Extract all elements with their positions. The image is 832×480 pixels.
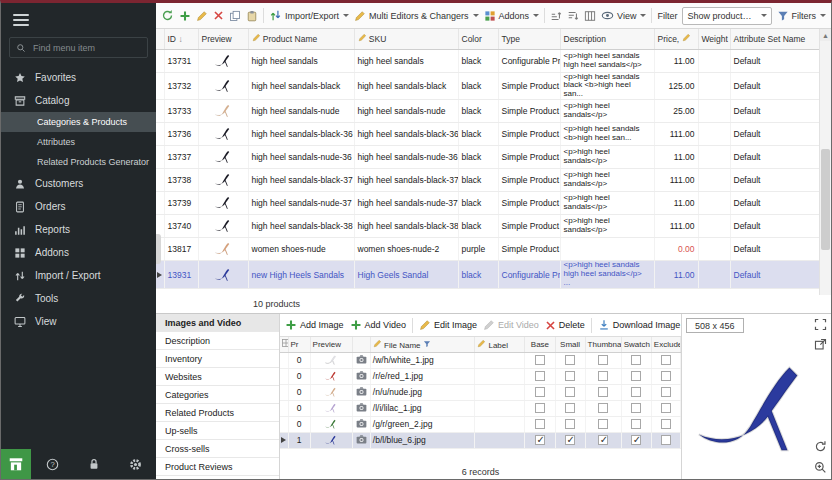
tab-cross-sells[interactable]: Cross-sells bbox=[156, 440, 279, 458]
small-checkbox[interactable] bbox=[565, 371, 575, 381]
product-row[interactable]: 13731 high heel sandalshigh heel sandals… bbox=[156, 49, 819, 72]
sidebar-item-view[interactable]: View bbox=[1, 310, 156, 333]
row-expander[interactable] bbox=[156, 100, 164, 123]
sidebar-search[interactable] bbox=[9, 37, 148, 58]
exclude-checkbox[interactable] bbox=[661, 371, 671, 381]
column-header[interactable]: Label bbox=[475, 337, 525, 352]
lock-icon[interactable] bbox=[88, 458, 100, 470]
paste-button[interactable] bbox=[246, 10, 258, 22]
tab-images-and-video[interactable]: Images and Video bbox=[156, 314, 279, 332]
row-expander[interactable] bbox=[156, 146, 164, 169]
tab-product-reviews[interactable]: Product Reviews bbox=[156, 458, 279, 476]
splitter-grip[interactable] bbox=[156, 234, 161, 264]
row-expander[interactable] bbox=[280, 416, 288, 432]
row-expander[interactable] bbox=[280, 432, 288, 448]
sidebar-item-orders[interactable]: Orders bbox=[1, 195, 156, 218]
row-expander[interactable] bbox=[280, 400, 288, 416]
swatch-checkbox[interactable] bbox=[631, 419, 641, 429]
edit-product-button[interactable] bbox=[196, 10, 208, 22]
column-header[interactable]: Swatch bbox=[621, 337, 651, 352]
add-image-button[interactable]: Add Image bbox=[285, 319, 344, 331]
image-row[interactable]: 0 /n/u/nude.jpg bbox=[280, 384, 681, 400]
vertical-scrollbar[interactable]: ▲ bbox=[819, 29, 831, 295]
row-expander[interactable] bbox=[280, 384, 288, 400]
product-row[interactable]: 13733 high heel sandals-nudehigh heel sa… bbox=[156, 100, 819, 123]
image-row[interactable]: 0 /g/r/green_2.jpg bbox=[280, 416, 681, 432]
import-export-menu[interactable]: Import/Export bbox=[269, 9, 349, 22]
add-product-button[interactable] bbox=[179, 10, 191, 22]
base-checkbox[interactable] bbox=[535, 403, 545, 413]
small-checkbox[interactable] bbox=[565, 435, 575, 445]
row-expander[interactable] bbox=[156, 123, 164, 146]
base-checkbox[interactable] bbox=[535, 435, 545, 445]
small-checkbox[interactable] bbox=[565, 387, 575, 397]
column-header[interactable]: Pr bbox=[288, 337, 310, 352]
sidebar-item-categories-products[interactable]: Categories & Products bbox=[1, 112, 156, 132]
column-header[interactable] bbox=[280, 337, 288, 352]
product-row[interactable]: 13737 high heel sandals-nude-36high heel… bbox=[156, 146, 819, 169]
sidebar-item-addons[interactable]: Addons bbox=[1, 241, 156, 264]
sidebar-search-input[interactable] bbox=[31, 42, 141, 54]
addons-menu[interactable]: Addons bbox=[484, 10, 540, 22]
thumbnail-checkbox[interactable] bbox=[598, 371, 608, 381]
base-checkbox[interactable] bbox=[535, 387, 545, 397]
swatch-checkbox[interactable] bbox=[631, 387, 641, 397]
product-row[interactable]: 13817 women shoes-nudewomen shoes-nude-2… bbox=[156, 238, 819, 261]
column-header[interactable]: Color bbox=[458, 29, 498, 49]
sort-asc-button[interactable] bbox=[550, 10, 562, 22]
swatch-checkbox[interactable] bbox=[631, 435, 641, 445]
base-checkbox[interactable] bbox=[535, 419, 545, 429]
swatch-checkbox[interactable] bbox=[631, 403, 641, 413]
column-header[interactable]: Base bbox=[525, 337, 555, 352]
sidebar-item-tools[interactable]: Tools bbox=[1, 287, 156, 310]
small-checkbox[interactable] bbox=[565, 403, 575, 413]
column-header[interactable]: Thumbna bbox=[585, 337, 621, 352]
image-row[interactable]: 0 /r/e/red_1.jpg bbox=[280, 368, 681, 384]
column-header[interactable]: File Name bbox=[370, 337, 474, 352]
multi-editors-menu[interactable]: Multi Editors & Changers bbox=[354, 10, 479, 22]
image-row[interactable]: 1 /b/l/blue_6.jpg bbox=[280, 432, 681, 448]
rotate-icon[interactable] bbox=[814, 440, 827, 453]
sidebar-item-catalog[interactable]: Catalog bbox=[1, 89, 156, 112]
menu-icon[interactable] bbox=[1, 3, 156, 33]
store-button[interactable] bbox=[1, 449, 31, 479]
sidebar-item-customers[interactable]: Customers bbox=[1, 172, 156, 195]
category-filter-select[interactable]: Show products from selected categories bbox=[682, 7, 771, 25]
row-expander[interactable] bbox=[280, 368, 288, 384]
add-video-button[interactable]: Add Video bbox=[350, 319, 406, 331]
column-header[interactable]: Preview bbox=[310, 337, 352, 352]
column-header[interactable]: Exclude bbox=[651, 337, 680, 352]
zoom-icon[interactable] bbox=[814, 461, 827, 474]
sidebar-item-attributes[interactable]: Attributes bbox=[1, 132, 156, 152]
column-header[interactable] bbox=[156, 29, 164, 49]
thumbnail-checkbox[interactable] bbox=[598, 419, 608, 429]
product-row[interactable]: 13739 high heel sandals-nude-37high heel… bbox=[156, 192, 819, 215]
view-menu[interactable]: View bbox=[601, 9, 646, 22]
product-row[interactable]: 13738 high heel sandals-black-37high hee… bbox=[156, 169, 819, 192]
product-row[interactable]: 13736 high heel sandals-black-36high hee… bbox=[156, 123, 819, 146]
delete-product-button[interactable] bbox=[213, 10, 224, 21]
tab-websites[interactable]: Websites bbox=[156, 368, 279, 386]
column-header[interactable]: Price, bbox=[654, 29, 698, 49]
tab-categories[interactable]: Categories bbox=[156, 386, 279, 404]
row-expander[interactable] bbox=[156, 261, 164, 289]
swatch-checkbox[interactable] bbox=[631, 371, 641, 381]
tab-description[interactable]: Description bbox=[156, 332, 279, 350]
base-checkbox[interactable] bbox=[535, 355, 545, 365]
row-expander[interactable] bbox=[156, 49, 164, 72]
small-checkbox[interactable] bbox=[565, 419, 575, 429]
sidebar-item-reports[interactable]: Reports bbox=[1, 218, 156, 241]
thumbnail-checkbox[interactable] bbox=[598, 435, 608, 445]
product-row[interactable]: 13931 new High Heels SandalsHigh Geels S… bbox=[156, 261, 819, 289]
exclude-checkbox[interactable] bbox=[661, 419, 671, 429]
column-header[interactable]: Weight bbox=[698, 29, 730, 49]
column-header[interactable]: Description bbox=[560, 29, 654, 49]
column-header[interactable]: Small bbox=[555, 337, 585, 352]
help-icon[interactable]: ? bbox=[46, 458, 59, 471]
download-image-button[interactable]: Download Image bbox=[598, 319, 681, 331]
delete-image-button[interactable]: Delete bbox=[545, 320, 585, 331]
thumbnail-checkbox[interactable] bbox=[598, 403, 608, 413]
exclude-checkbox[interactable] bbox=[661, 387, 671, 397]
filters-menu[interactable]: Filters bbox=[777, 10, 827, 22]
edit-image-button[interactable]: Edit Image bbox=[419, 319, 477, 331]
